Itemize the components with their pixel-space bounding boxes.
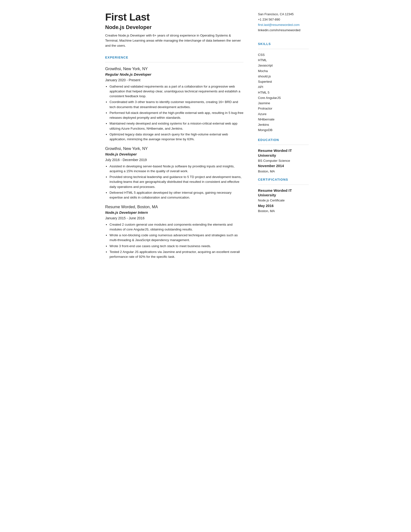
candidate-summary: Creative Node.js Developer with 6+ years… <box>105 33 243 48</box>
header-section: First Last Node.js Developer Creative No… <box>105 12 243 48</box>
company-2: Growthsi, New York, NY <box>105 146 243 152</box>
bullet-2-3: Delivered HTML 5 application developed b… <box>110 190 243 200</box>
cert-degree-1: Node.js Certificate <box>258 198 309 203</box>
contact-phone: +1 234 567-890 <box>258 17 309 22</box>
edu-org-1: Resume Worded IT University <box>258 148 309 158</box>
experience-label: EXPERIENCE <box>105 55 243 60</box>
cert-org-1: Resume Worded IT University <box>258 188 309 198</box>
skills-label: SKILLS <box>258 42 309 47</box>
certifications-section: CERTIFICATIONS Resume Worded IT Universi… <box>258 177 309 214</box>
contact-section: San Francisco, CA 12345 +1 234 567-890 f… <box>258 12 309 33</box>
cert-date-1: May 2016 <box>258 203 309 209</box>
experience-entry-2: Growthsi, New York, NY Node.js Developer… <box>105 146 243 200</box>
skill-1: HTML <box>258 58 309 63</box>
role-2: Node.js Developer <box>105 152 243 157</box>
dates-2: July 2016 - December 2019 <box>105 157 243 162</box>
bullet-1-3: Performed full-stack development of the … <box>110 111 243 120</box>
experience-section: EXPERIENCE Growthsi, New York, NY Regula… <box>105 55 243 259</box>
education-divider <box>258 145 309 145</box>
candidate-title: Node.js Developer <box>105 23 243 31</box>
skill-5: Supertest <box>258 79 309 84</box>
bullet-3-1: Created 2 custom general use modules and… <box>110 222 243 232</box>
education-label: EDUCATION <box>258 138 309 142</box>
edu-location-1: Boston, MA <box>258 169 309 174</box>
skill-13: Jenkins <box>258 122 309 127</box>
bullet-1-2: Coordinated with 3 other teams to identi… <box>110 100 243 110</box>
edu-date-1: November 2014 <box>258 163 309 169</box>
cert-location-1: Boston, MA <box>258 209 309 214</box>
bullets-3: Created 2 custom general use modules and… <box>110 222 243 259</box>
skills-section: SKILLS CSS HTML Javascript Mocha should.… <box>258 42 309 133</box>
company-name-1: Growthsi, <box>105 66 122 71</box>
certifications-divider <box>258 184 309 185</box>
skill-4: should.js <box>258 74 309 79</box>
certifications-label: CERTIFICATIONS <box>258 177 309 182</box>
bullets-2: Assisted in developing server-based Node… <box>110 164 243 200</box>
role-1: Regular Node.js Developer <box>105 72 243 77</box>
bullet-2-1: Assisted in developing server-based Node… <box>110 164 243 174</box>
role-3: Node.js Developer Intern <box>105 210 243 216</box>
company-location-3: Boston, MA <box>136 205 158 209</box>
company-name-3: Resume Worded, <box>105 205 136 209</box>
skill-14: MongoDB <box>258 128 309 133</box>
left-column: First Last Node.js Developer Creative No… <box>105 12 253 279</box>
dates-3: January 2015 - June 2016 <box>105 216 243 221</box>
right-column: San Francisco, CA 12345 +1 234 567-890 f… <box>253 12 309 279</box>
skill-2: Javascript <box>258 63 309 68</box>
experience-divider <box>105 62 243 62</box>
company-3: Resume Worded, Boston, MA <box>105 204 243 210</box>
edu-degree-1: BS Computer Science <box>258 158 309 163</box>
candidate-name: First Last <box>105 12 243 23</box>
company-location-2: New York, NY <box>122 146 148 151</box>
skill-8: Core AngularJS <box>258 95 309 100</box>
skill-11: Azure <box>258 112 309 116</box>
company-location-1: New York, NY <box>122 66 148 71</box>
skill-7: HTML 5 <box>258 90 309 95</box>
contact-linkedin: linkedin.com/in/resumeworded <box>258 28 309 33</box>
bullet-1-4: Maintained newly developed and existing … <box>110 121 243 131</box>
skill-9: Jasmine <box>258 101 309 106</box>
skills-divider <box>258 49 309 49</box>
contact-address: San Francisco, CA 12345 <box>258 12 309 17</box>
bullet-3-4: Tested 2 Angular JS applications via Jas… <box>110 249 243 259</box>
email-link[interactable]: first.last@resumeworded.com <box>258 23 299 27</box>
skill-6: API <box>258 85 309 89</box>
company-name-2: Growthsi, <box>105 146 122 151</box>
skill-3: Mocha <box>258 69 309 74</box>
resume-page: First Last Node.js Developer Creative No… <box>91 0 320 290</box>
bullet-3-2: Wrote a non-blocking code using numerous… <box>110 233 243 243</box>
skill-10: Protractor <box>258 106 309 111</box>
bullets-1: Gathered and validated requirements as a… <box>110 84 243 142</box>
company-1: Growthsi, New York, NY <box>105 66 243 72</box>
skill-0: CSS <box>258 52 309 57</box>
experience-entry-3: Resume Worded, Boston, MA Node.js Develo… <box>105 204 243 259</box>
education-section: EDUCATION Resume Worded IT University BS… <box>258 138 309 174</box>
dates-1: January 2020 - Present <box>105 78 243 83</box>
bullet-1-5: Optimized legacy data storage and search… <box>110 132 243 142</box>
experience-entry-1: Growthsi, New York, NY Regular Node.js D… <box>105 66 243 142</box>
skills-list: CSS HTML Javascript Mocha should.js Supe… <box>258 52 309 133</box>
bullet-3-3: Wrote 3 front-end use cases using tech s… <box>110 244 243 249</box>
contact-email[interactable]: first.last@resumeworded.com <box>258 22 309 28</box>
bullet-1-1: Gathered and validated requirements as a… <box>110 84 243 99</box>
bullet-2-2: Provided strong technical leadership and… <box>110 175 243 189</box>
skill-12: NHibernate <box>258 117 309 122</box>
